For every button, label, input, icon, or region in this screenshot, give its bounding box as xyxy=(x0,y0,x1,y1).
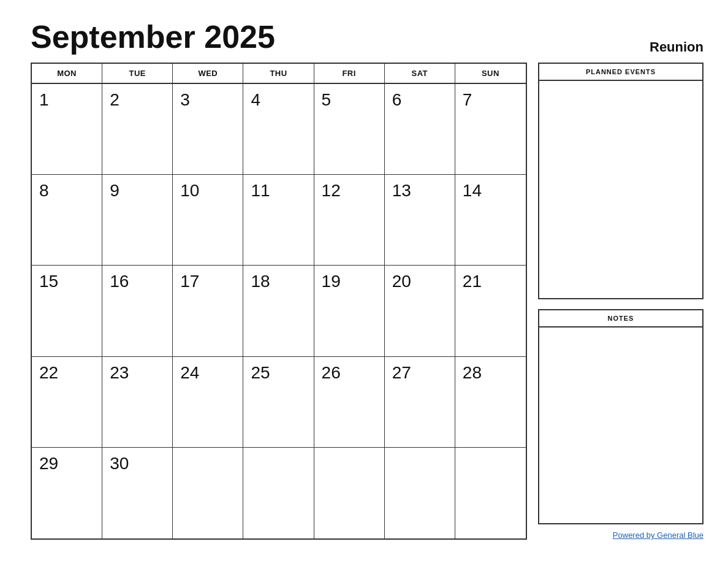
calendar-cell-13: 13 xyxy=(385,175,455,266)
calendar-cell-10: 10 xyxy=(173,175,243,266)
calendar-cell-empty-1 xyxy=(173,448,243,538)
calendar-cell-16: 16 xyxy=(102,266,173,356)
day-header-sun: SUN xyxy=(455,64,526,83)
calendar-cell-7: 7 xyxy=(455,84,526,175)
calendar-cell-empty-5 xyxy=(455,448,526,538)
calendar-cell-4: 4 xyxy=(243,84,314,175)
sidebar: PLANNED EVENTS NOTES Powered by General … xyxy=(538,63,703,540)
calendar-cell-empty-4 xyxy=(385,448,455,538)
calendar-cell-15: 15 xyxy=(32,266,102,356)
powered-by: Powered by General Blue xyxy=(538,530,703,540)
calendar-grid: 1 2 3 4 5 6 7 8 9 xyxy=(32,84,526,538)
notes-header: NOTES xyxy=(539,310,702,327)
planned-events-header: PLANNED EVENTS xyxy=(539,64,702,81)
notes-box: NOTES xyxy=(538,309,703,524)
calendar-cell-20: 20 xyxy=(385,266,455,356)
calendar-cell-27: 27 xyxy=(385,357,455,448)
calendar-cell-11: 11 xyxy=(243,175,314,266)
calendar-cell-17: 17 xyxy=(173,266,243,356)
day-headers: MON TUE WED THU FRI SAT SUN xyxy=(32,64,526,84)
day-header-thu: THU xyxy=(243,64,314,83)
location-title: Reunion xyxy=(650,39,703,55)
main-layout: MON TUE WED THU FRI SAT SUN 1 2 3 4 5 xyxy=(31,63,703,540)
calendar-cell-22: 22 xyxy=(32,357,102,448)
calendar-cell-28: 28 xyxy=(455,357,526,448)
calendar-cell-5: 5 xyxy=(314,84,385,175)
day-header-tue: TUE xyxy=(102,64,173,83)
planned-events-box: PLANNED EVENTS xyxy=(538,63,703,299)
day-header-wed: WED xyxy=(173,64,243,83)
notes-content xyxy=(539,327,702,523)
calendar-cell-25: 25 xyxy=(243,357,314,448)
calendar-cell-12: 12 xyxy=(314,175,385,266)
calendar-cell-30: 30 xyxy=(102,448,173,538)
planned-events-content xyxy=(539,81,702,298)
powered-by-link[interactable]: Powered by General Blue xyxy=(613,530,703,540)
day-header-mon: MON xyxy=(32,64,102,83)
month-title: September 2025 xyxy=(31,18,275,55)
day-header-sat: SAT xyxy=(385,64,455,83)
calendar-cell-9: 9 xyxy=(102,175,173,266)
calendar-cell-6: 6 xyxy=(385,84,455,175)
calendar-section: MON TUE WED THU FRI SAT SUN 1 2 3 4 5 xyxy=(31,63,527,540)
calendar-cell-26: 26 xyxy=(314,357,385,448)
calendar-cell-14: 14 xyxy=(455,175,526,266)
calendar-cell-1: 1 xyxy=(32,84,102,175)
calendar-cell-29: 29 xyxy=(32,448,102,538)
calendar-cell-21: 21 xyxy=(455,266,526,356)
calendar-cell-empty-3 xyxy=(314,448,385,538)
calendar-cell-24: 24 xyxy=(173,357,243,448)
calendar-cell-18: 18 xyxy=(243,266,314,356)
calendar-cell-2: 2 xyxy=(102,84,173,175)
calendar-cell-3: 3 xyxy=(173,84,243,175)
day-header-fri: FRI xyxy=(314,64,385,83)
calendar-cell-19: 19 xyxy=(314,266,385,356)
calendar-cell-8: 8 xyxy=(32,175,102,266)
calendar-cell-empty-2 xyxy=(243,448,314,538)
calendar-cell-23: 23 xyxy=(102,357,173,448)
